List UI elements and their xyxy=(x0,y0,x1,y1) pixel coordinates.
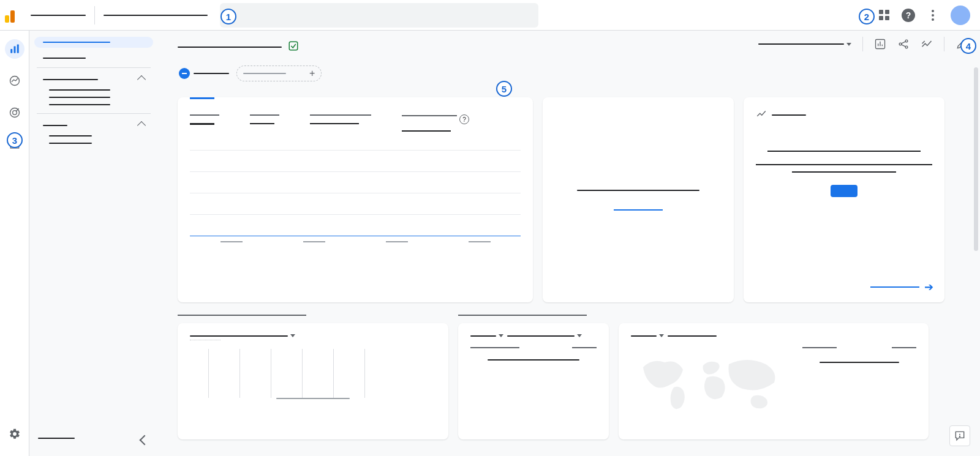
sidenav-snapshot[interactable] xyxy=(34,37,153,48)
property-name xyxy=(104,15,208,16)
metric-0[interactable] xyxy=(190,114,219,132)
page-title xyxy=(178,47,282,48)
rail-advertising-icon[interactable] xyxy=(5,103,24,122)
svg-point-15 xyxy=(960,436,960,437)
feedback-button[interactable] xyxy=(949,425,970,446)
remove-chip-icon[interactable] xyxy=(179,68,190,79)
dimension-dropdown-3[interactable] xyxy=(668,335,717,337)
rail-admin-icon[interactable] xyxy=(5,424,24,444)
insights-cta-button[interactable] xyxy=(831,185,858,197)
svg-rect-2 xyxy=(17,45,18,53)
search-input[interactable] xyxy=(220,3,538,28)
dimension-dropdown[interactable] xyxy=(190,334,436,337)
sidenav-group2-item-0[interactable] xyxy=(34,132,153,140)
date-range-picker[interactable] xyxy=(758,43,851,46)
add-comparison-chip[interactable]: + xyxy=(236,65,322,81)
sidenav-group-1[interactable] xyxy=(34,73,153,86)
chevron-up-icon xyxy=(137,75,146,84)
new-users-card xyxy=(178,323,448,439)
arrow-right-icon[interactable]: ➔ xyxy=(924,280,933,294)
trend-chart xyxy=(190,150,521,242)
summary-metrics-card: ? xyxy=(178,97,533,302)
annotation-1: 1 xyxy=(221,9,236,24)
realtime-link[interactable] xyxy=(614,209,663,211)
account-name xyxy=(31,15,86,16)
dimension-dropdown-2[interactable] xyxy=(507,334,582,337)
bar-chart xyxy=(208,349,436,398)
annotation-5: 5 xyxy=(496,81,512,97)
annotation-2: 2 xyxy=(859,9,875,24)
report-toolbar xyxy=(758,37,968,51)
svg-rect-1 xyxy=(13,47,15,53)
report-canvas: + xyxy=(158,31,980,456)
metric-3[interactable]: ? xyxy=(402,114,469,132)
svg-point-3 xyxy=(10,77,19,86)
metric-dropdown[interactable] xyxy=(470,334,503,337)
metric-2[interactable] xyxy=(310,114,371,132)
apps-icon[interactable] xyxy=(877,9,891,22)
section-1-title xyxy=(178,315,306,316)
primary-nav-rail xyxy=(0,31,29,456)
metric-1[interactable] xyxy=(250,114,279,132)
svg-point-13 xyxy=(905,46,908,48)
chevron-up-icon xyxy=(137,121,146,130)
svg-rect-0 xyxy=(10,49,12,53)
annotation-4: 4 xyxy=(960,38,976,54)
sidenav-group1-item-0[interactable] xyxy=(34,86,153,94)
user-avatar[interactable] xyxy=(951,6,970,25)
sidenav-realtime[interactable] xyxy=(34,54,153,62)
share-icon[interactable] xyxy=(897,38,910,50)
caret-down-icon xyxy=(846,43,851,46)
users-by-country-card xyxy=(619,323,929,439)
sessions-card xyxy=(458,323,609,439)
plus-icon: + xyxy=(309,69,315,78)
realtime-card xyxy=(543,97,734,302)
reports-side-nav xyxy=(29,31,158,456)
insights-card: ➔ xyxy=(744,97,944,302)
sidenav-group1-item-1[interactable] xyxy=(34,94,153,101)
svg-point-12 xyxy=(905,40,908,42)
sidenav-group1-item-2[interactable] xyxy=(34,101,153,108)
more-vert-icon[interactable] xyxy=(926,9,940,22)
annotation-3: 3 xyxy=(7,132,23,148)
collapse-sidenav-icon[interactable] xyxy=(140,435,150,446)
sidenav-group-2[interactable] xyxy=(34,119,153,132)
sidenav-library[interactable] xyxy=(38,438,75,439)
svg-point-11 xyxy=(899,43,902,45)
insights-trend-icon xyxy=(756,108,767,121)
metric-help-icon[interactable]: ? xyxy=(459,114,469,124)
world-map xyxy=(631,352,790,421)
rail-reports-icon[interactable] xyxy=(5,39,24,59)
account-property-selector[interactable] xyxy=(31,6,208,24)
insights-icon[interactable] xyxy=(921,38,933,50)
app-header: ? xyxy=(0,0,980,31)
svg-rect-9 xyxy=(289,42,298,50)
help-icon[interactable]: ? xyxy=(902,9,915,22)
metric-dropdown-3[interactable] xyxy=(631,334,664,337)
rail-explore-icon[interactable] xyxy=(5,71,24,91)
segment-chip[interactable] xyxy=(178,65,230,81)
realtime-empty-text xyxy=(577,190,699,191)
section-2-title xyxy=(458,315,587,316)
customize-report-icon[interactable] xyxy=(874,38,886,50)
verified-check-icon xyxy=(288,40,299,53)
insights-footer-link[interactable] xyxy=(870,286,919,288)
sidenav-group2-item-1[interactable] xyxy=(34,140,153,147)
analytics-logo-icon xyxy=(5,6,23,24)
scrollbar[interactable] xyxy=(974,67,978,251)
insights-heading xyxy=(772,114,806,116)
